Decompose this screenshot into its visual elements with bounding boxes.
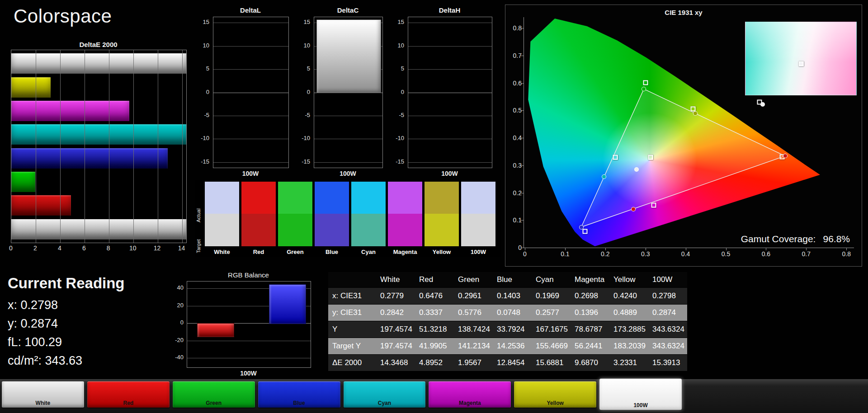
colorspace-screen: Colorspace DeltaE 2000 02468101214 Delta…: [0, 0, 868, 413]
pattern-button-label: Green: [173, 400, 255, 406]
pattern-button-label: White: [2, 400, 84, 406]
cie-chart-title: CIE 1931 xy: [505, 9, 862, 16]
saturation-sweep-inset: [745, 22, 857, 95]
table-cell: 343.6324: [648, 338, 687, 355]
delta-gridline: [314, 139, 382, 139]
table-header-cell: [328, 272, 376, 288]
table-cell: 0.5776: [454, 305, 493, 321]
table-cell: 3.2331: [609, 355, 648, 371]
delta-chart-deltah: [408, 17, 492, 168]
cie-x-tick: 0.5: [717, 250, 735, 258]
pattern-button-red[interactable]: Red: [87, 381, 170, 408]
rgb-y-tick: -20: [165, 337, 184, 343]
delta-y-tick: -5: [293, 112, 310, 118]
rgb-bar-red: [197, 323, 234, 337]
deltae-bar-red: [11, 195, 71, 216]
swatch-actual-red: [241, 182, 276, 214]
cie-tick-mark: [521, 56, 524, 56]
delta-gridline: [213, 46, 288, 47]
deltae-bar-magenta: [11, 101, 129, 121]
table-cell: 0.2798: [648, 288, 687, 305]
inset-measured-dot: [760, 102, 765, 107]
delta-gridline: [213, 116, 288, 116]
delta-gridline: [408, 93, 492, 93]
cie-tick-mark: [521, 138, 524, 138]
swatch-actual-yellow: [425, 182, 459, 214]
white-target: [648, 155, 653, 160]
cie-y-tick: 0.1: [506, 216, 522, 224]
cie-x-tick: 0.2: [596, 250, 614, 258]
cie-y-tick: 0.7: [506, 52, 522, 59]
table-cell: 4.8952: [415, 355, 454, 371]
table-header-cell: Yellow: [609, 272, 648, 288]
swatch-label: Green: [278, 246, 312, 257]
cie-y-tick: 0.3: [506, 162, 522, 169]
delta-y-tick: -15: [192, 158, 209, 165]
table-cell: 14.3468: [376, 355, 415, 371]
table-cell: 197.4574: [376, 338, 415, 355]
deltae-bar-yellow: [11, 77, 51, 98]
cie-y-tick: 0.8: [506, 24, 522, 32]
reading-cdm2: cd/m²: 343.63: [8, 354, 82, 368]
delta-gridline: [408, 23, 492, 23]
table-cell: 167.1675: [532, 321, 571, 338]
table-row-label: x: CIE31: [328, 288, 376, 305]
cie-y-axis: [524, 17, 524, 248]
delta-gridline: [408, 139, 492, 139]
pattern-button-cyan[interactable]: Cyan: [344, 381, 426, 408]
delta-chart-title-deltah: DeltaH: [408, 6, 491, 14]
table-cell: 15.6881: [532, 355, 571, 371]
pattern-button-green[interactable]: Green: [173, 381, 255, 408]
table-row-label: y: CIE31: [328, 305, 376, 321]
cie-tick-mark: [646, 248, 646, 250]
rgb-y-tick: 0: [165, 319, 184, 326]
cie-tick-mark: [521, 28, 524, 28]
table-cell: 0.1969: [532, 288, 571, 305]
pattern-button-yellow[interactable]: Yellow: [514, 381, 596, 408]
table-cell: 0.4240: [609, 288, 648, 305]
deltae-gridline: [85, 50, 85, 243]
table-header-cell: Magenta: [571, 272, 609, 288]
pattern-button-label: Red: [87, 400, 170, 406]
deltae-x-tick: 10: [128, 244, 137, 252]
cie-tick-mark: [766, 248, 766, 250]
rgb-y-tick: 40: [165, 284, 184, 291]
delta-y-tick: 10: [387, 42, 404, 49]
swatch-target-magenta: [388, 214, 422, 246]
swatch-actual-cyan: [351, 182, 386, 214]
delta-gridline: [408, 116, 492, 116]
delta-y-tick: 0: [293, 89, 310, 95]
cie-x-tick: 0: [516, 250, 534, 258]
pattern-button-magenta[interactable]: Magenta: [429, 381, 511, 408]
delta-gridline: [408, 162, 492, 163]
cie-x-tick: 0.7: [797, 250, 815, 258]
swatch-actual-blue: [315, 182, 349, 214]
swatch-target-cyan: [351, 214, 386, 246]
deltae-gridline: [182, 50, 183, 243]
cie-tick-mark: [521, 248, 524, 248]
rgb-gridline: [187, 358, 311, 358]
pattern-button-white[interactable]: White: [2, 381, 84, 408]
pattern-button-blue[interactable]: Blue: [258, 381, 340, 408]
cie-tick-mark: [521, 193, 524, 193]
table-header-cell: Red: [415, 272, 454, 288]
swatch-label: Blue: [315, 246, 349, 257]
table-cell: 56.2441: [571, 338, 609, 355]
delta-gridline: [213, 23, 288, 23]
current-reading-heading: Current Reading: [8, 275, 125, 292]
target-row-label: Target: [196, 217, 203, 276]
delta-bar-deltac: [316, 19, 382, 93]
delta-y-tick: -5: [387, 112, 404, 118]
bottom-bar: WhiteRedGreenBlueCyanMagentaYellow100W ▲…: [0, 379, 868, 413]
deltae-bar-green: [11, 172, 35, 192]
pattern-button-100w[interactable]: 100W: [599, 379, 682, 410]
deltae-gridline: [60, 50, 61, 243]
swatch-actual-green: [278, 182, 312, 214]
cie-tick-mark: [565, 248, 566, 250]
table-header-cell: Green: [454, 272, 493, 288]
results-table: WhiteRedGreenBlueCyanMagentaYellow100Wx:…: [328, 272, 687, 371]
deltae-x-tick: 12: [153, 244, 162, 252]
table-cell: 15.3913: [648, 355, 687, 371]
reading-fl: fL: 100.29: [8, 335, 62, 349]
rgb-y-tick: 20: [165, 302, 184, 309]
